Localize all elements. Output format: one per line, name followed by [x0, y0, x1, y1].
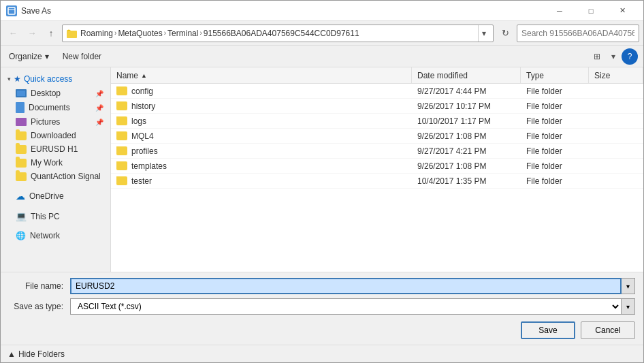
filename-dropdown-arrow[interactable]: ▾: [622, 278, 635, 294]
file-type: File folder: [521, 131, 589, 141]
sidebar-item-downloaded[interactable]: Downloaded: [1, 129, 110, 142]
file-date: 9/27/2017 4:44 PM: [412, 86, 521, 96]
file-type: File folder: [521, 86, 589, 96]
file-name: MQL4: [131, 131, 154, 141]
window-title: Save As: [21, 6, 51, 16]
file-date: 9/26/2017 1:08 PM: [412, 131, 521, 141]
sidebar: ▾ ★ Quick access Desktop 📌 Documents 📌 P…: [1, 67, 111, 272]
savetype-input-wrapper: ASCII Text (*.csv) ▾: [70, 298, 635, 315]
desktop-icon: [16, 89, 27, 97]
table-row[interactable]: history 9/26/2017 10:17 PM File folder: [111, 99, 643, 114]
back-button[interactable]: ←: [5, 25, 21, 42]
pin-icon-pics: 📌: [95, 119, 103, 126]
hide-folders-button[interactable]: ▲ Hide Folders: [7, 349, 65, 359]
sidebar-item-downloaded-label: Downloaded: [31, 131, 76, 140]
col-type-label: Type: [526, 71, 544, 80]
sidebar-item-desktop[interactable]: Desktop 📌: [1, 86, 110, 100]
refresh-button[interactable]: ↻: [496, 25, 514, 42]
table-row[interactable]: tester 10/4/2017 1:35 PM File folder: [111, 174, 643, 189]
minimize-button[interactable]: ─: [544, 1, 575, 21]
filename-label: File name:: [9, 281, 70, 291]
file-date: 9/26/2017 10:17 PM: [412, 101, 521, 111]
toolbar: ← → ↑ Roaming › MetaQuotes › Terminal › …: [1, 21, 643, 46]
savetype-label: Save as type:: [9, 302, 70, 311]
folder-icon: [116, 161, 127, 170]
sidebar-item-network-label: Network: [30, 231, 60, 240]
new-folder-button[interactable]: New folder: [60, 50, 104, 63]
up-button[interactable]: ↑: [43, 25, 59, 42]
file-type: File folder: [521, 116, 589, 126]
maximize-button[interactable]: □: [575, 1, 607, 21]
buttons-row: Save Cancel: [9, 319, 635, 339]
folder-mywork-icon: [16, 159, 27, 168]
sidebar-item-eurusd[interactable]: EURUSD H1: [1, 142, 110, 156]
save-button[interactable]: Save: [521, 321, 575, 339]
table-row[interactable]: logs 10/10/2017 1:17 PM File folder: [111, 114, 643, 129]
folder-icon: [116, 116, 127, 125]
breadcrumb-terminal[interactable]: Terminal: [167, 29, 198, 38]
window-icon: [6, 5, 17, 16]
address-bar[interactable]: Roaming › MetaQuotes › Terminal › 915566…: [62, 25, 494, 42]
search-input[interactable]: [517, 25, 639, 42]
view-dropdown-button[interactable]: ▾: [605, 48, 622, 65]
column-header-type[interactable]: Type: [521, 67, 589, 83]
column-header-size[interactable]: Size: [589, 67, 643, 83]
file-name: templates: [131, 161, 167, 171]
table-row[interactable]: MQL4 9/26/2017 1:08 PM File folder: [111, 129, 643, 144]
view-buttons: ⊞ ▾ ?: [589, 48, 638, 65]
file-date: 10/10/2017 1:17 PM: [412, 116, 521, 126]
documents-icon: [16, 102, 25, 113]
sidebar-item-onedrive-label: OneDrive: [29, 191, 64, 201]
folder-downloaded-icon: [16, 131, 27, 140]
breadcrumb-roaming[interactable]: Roaming: [80, 29, 113, 38]
command-bar: Organize ▾ New folder ⊞ ▾ ?: [1, 46, 643, 67]
title-bar: Save As ─ □ ✕: [1, 1, 643, 21]
sidebar-item-documents-label: Documents: [29, 103, 70, 112]
file-name: config: [131, 86, 153, 96]
sidebar-item-quantaction[interactable]: QuantAction Signal: [1, 170, 110, 183]
cancel-button[interactable]: Cancel: [581, 321, 635, 339]
column-header-date[interactable]: Date modified: [412, 67, 521, 83]
col-date-label: Date modified: [417, 71, 468, 80]
table-row[interactable]: templates 9/26/2017 1:08 PM File folder: [111, 159, 643, 174]
window-controls: ─ □ ✕: [544, 1, 638, 21]
sidebar-item-thispc[interactable]: 💻 This PC: [1, 209, 110, 223]
quick-access-chevron: ▾: [7, 76, 11, 82]
quick-access-header[interactable]: ▾ ★ Quick access: [1, 70, 110, 86]
sidebar-item-quantaction-label: QuantAction Signal: [31, 172, 101, 181]
sidebar-spacer3: [1, 223, 110, 229]
column-header-name[interactable]: Name ▲: [111, 67, 412, 83]
sidebar-item-eurusd-label: EURUSD H1: [31, 144, 78, 154]
table-row[interactable]: profiles 9/27/2017 4:21 PM File folder: [111, 144, 643, 159]
savetype-select[interactable]: ASCII Text (*.csv): [70, 298, 622, 315]
breadcrumb-id[interactable]: 915566BA06ADA407569C544CC0D97611: [204, 29, 359, 38]
sidebar-item-pictures[interactable]: Pictures 📌: [1, 115, 110, 129]
address-dropdown-button[interactable]: ▾: [478, 25, 489, 42]
filename-input[interactable]: [70, 278, 622, 294]
folder-icon: [116, 146, 127, 155]
folder-address-icon: [67, 28, 78, 39]
pin-icon: 📌: [95, 90, 103, 97]
save-as-dialog: Save As ─ □ ✕ ← → ↑ Roaming › MetaQuotes…: [0, 0, 644, 363]
sidebar-item-documents[interactable]: Documents 📌: [1, 100, 110, 115]
sidebar-item-mywork[interactable]: My Work: [1, 156, 110, 170]
savetype-dropdown-arrow[interactable]: ▾: [622, 298, 635, 315]
organize-button[interactable]: Organize ▾: [6, 50, 52, 63]
sidebar-item-network[interactable]: 🌐 Network: [1, 229, 110, 242]
breadcrumb-metaquotes[interactable]: MetaQuotes: [118, 29, 162, 38]
savetype-row: Save as type: ASCII Text (*.csv) ▾: [9, 298, 635, 315]
table-row[interactable]: config 9/27/2017 4:44 PM File folder: [111, 84, 643, 99]
svg-rect-3: [67, 31, 71, 33]
sidebar-spacer1: [1, 183, 110, 189]
sidebar-item-onedrive[interactable]: ☁ OneDrive: [1, 189, 110, 204]
svg-rect-0: [8, 7, 15, 14]
close-button[interactable]: ✕: [607, 1, 638, 21]
computer-icon: 💻: [16, 211, 27, 221]
folder-icon: [116, 131, 127, 140]
new-folder-label: New folder: [63, 52, 101, 61]
forward-button[interactable]: →: [24, 25, 40, 42]
help-button[interactable]: ?: [622, 48, 638, 65]
main-content: ▾ ★ Quick access Desktop 📌 Documents 📌 P…: [1, 67, 643, 272]
view-toggle-button[interactable]: ⊞: [589, 48, 605, 65]
file-type: File folder: [521, 161, 589, 171]
